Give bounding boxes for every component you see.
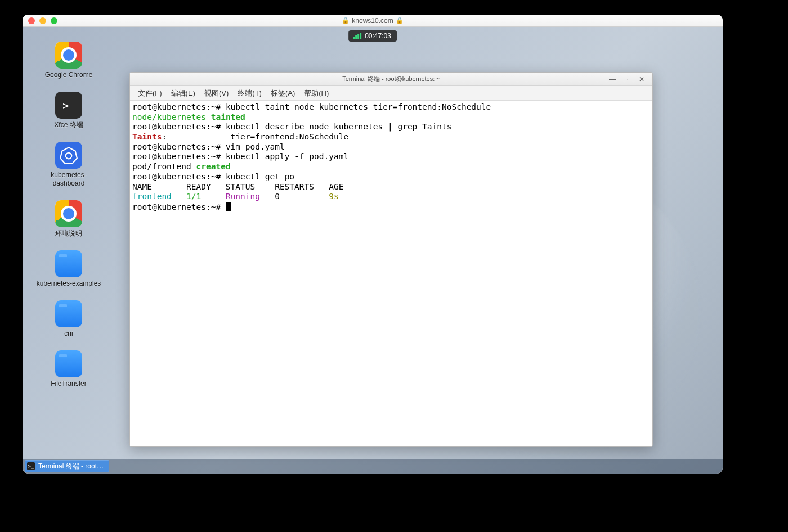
icon-label: Xfce 终端 <box>54 121 83 129</box>
command: vim pod.yaml <box>226 142 285 151</box>
browser-titlebar: 🔒 knows10.com 🔒 <box>23 15 723 27</box>
maximize-button[interactable]: ▫ <box>620 73 634 85</box>
taskbar[interactable]: >_ Terminal 终端 - root… <box>23 459 723 474</box>
zoom-button[interactable] <box>51 17 57 24</box>
desktop-icon-k8s-dashboard[interactable]: kubernetes-dashboard <box>35 142 102 188</box>
svg-marker-0 <box>60 147 77 164</box>
folder-icon <box>55 350 82 377</box>
icon-label: kubernetes-examples <box>37 279 101 288</box>
table-header: NAME READY STATUS RESTARTS AGE <box>132 182 343 191</box>
close-button[interactable]: ✕ <box>634 73 649 85</box>
output: node/kubernetes <box>132 112 211 121</box>
recorder-badge: 00:47:03 <box>348 30 397 42</box>
prompt: root@kubernetes:~# <box>132 152 221 161</box>
menu-terminal[interactable]: 终端(T) <box>233 86 266 101</box>
prompt: root@kubernetes:~# <box>132 202 221 211</box>
pod-ready: 1/1 <box>186 192 201 201</box>
svg-point-1 <box>66 153 72 159</box>
pod-status: Running <box>226 192 260 201</box>
folder-icon <box>55 300 82 327</box>
kubernetes-icon <box>55 142 82 169</box>
desktop-icon-cni[interactable]: cni <box>35 300 102 338</box>
output: Taints <box>132 132 162 141</box>
command: kubectl taint node kubernetes tier=front… <box>226 102 491 111</box>
pod-name: frontend <box>132 192 172 201</box>
traffic-lights <box>28 17 57 24</box>
icon-label: FileTransfer <box>51 380 87 388</box>
terminal-titlebar[interactable]: Terminal 终端 - root@kubernetes: ~ — ▫ ✕ <box>130 73 652 86</box>
icon-label: Google Chrome <box>45 71 93 79</box>
menu-help[interactable]: 帮助(H) <box>299 86 333 101</box>
desktop-icon-xfce-terminal[interactable]: Xfce 终端 <box>35 92 102 129</box>
signal-icon <box>353 33 361 39</box>
browser-url: 🔒 knows10.com 🔒 <box>342 17 403 25</box>
menu-view[interactable]: 视图(V) <box>200 86 233 101</box>
chrome-icon <box>55 42 82 69</box>
command: kubectl apply -f pod.yaml <box>226 152 348 161</box>
command: kubectl describe node kubernetes | grep … <box>226 122 452 131</box>
taskbar-item-label: Terminal 终端 - root… <box>38 462 104 471</box>
output: : tier=frontend:NoSchedule <box>162 132 348 141</box>
output: created <box>196 162 231 171</box>
output: pod/frontend <box>132 162 196 171</box>
desktop-icon-filetransfer[interactable]: FileTransfer <box>35 350 102 388</box>
pod-age: 9s <box>329 192 338 201</box>
lock-icon: 🔒 <box>396 17 404 24</box>
menu-edit[interactable]: 编辑(E) <box>167 86 200 101</box>
terminal-title: Terminal 终端 - root@kubernetes: ~ <box>342 75 440 83</box>
command: kubectl get po <box>226 172 294 181</box>
icon-label: kubernetes-dashboard <box>35 171 102 188</box>
desktop-icon-chrome[interactable]: Google Chrome <box>35 42 102 79</box>
icon-label: cni <box>64 330 73 338</box>
menu-tabs[interactable]: 标签(A) <box>266 86 299 101</box>
browser-window: 🔒 knows10.com 🔒 00:47:03 Google Chrome X… <box>23 15 723 474</box>
prompt: root@kubernetes:~# <box>132 142 221 151</box>
icon-label: 环境说明 <box>55 229 82 238</box>
prompt: root@kubernetes:~# <box>132 172 221 181</box>
remote-desktop[interactable]: 00:47:03 Google Chrome Xfce 终端 kubernete… <box>23 27 723 474</box>
minimize-button[interactable]: — <box>605 73 620 85</box>
desktop-icons: Google Chrome Xfce 终端 kubernetes-dashboa… <box>35 42 102 388</box>
terminal-icon <box>55 92 82 119</box>
terminal-icon: >_ <box>27 462 35 470</box>
taskbar-item-terminal[interactable]: >_ Terminal 终端 - root… <box>25 460 109 472</box>
terminal-window[interactable]: Terminal 终端 - root@kubernetes: ~ — ▫ ✕ 文… <box>129 72 653 447</box>
minimize-button[interactable] <box>39 17 46 24</box>
folder-icon <box>55 250 82 277</box>
lock-icon: 🔒 <box>342 17 350 24</box>
prompt: root@kubernetes:~# <box>132 122 221 131</box>
terminal-menubar: 文件(F) 编辑(E) 视图(V) 终端(T) 标签(A) 帮助(H) <box>130 86 652 101</box>
url-text: knows10.com <box>352 17 393 25</box>
output: tainted <box>211 112 245 121</box>
chrome-icon <box>55 200 82 227</box>
close-button[interactable] <box>28 17 35 24</box>
recorder-time: 00:47:03 <box>365 32 391 40</box>
pod-restarts: 0 <box>275 192 280 201</box>
terminal-body[interactable]: root@kubernetes:~# kubectl taint node ku… <box>130 101 652 446</box>
desktop-icon-env[interactable]: 环境说明 <box>35 200 102 238</box>
prompt: root@kubernetes:~# <box>132 102 221 111</box>
desktop-icon-k8s-examples[interactable]: kubernetes-examples <box>35 250 102 288</box>
window-controls: — ▫ ✕ <box>605 73 649 85</box>
cursor <box>226 202 231 211</box>
menu-file[interactable]: 文件(F) <box>133 86 167 101</box>
